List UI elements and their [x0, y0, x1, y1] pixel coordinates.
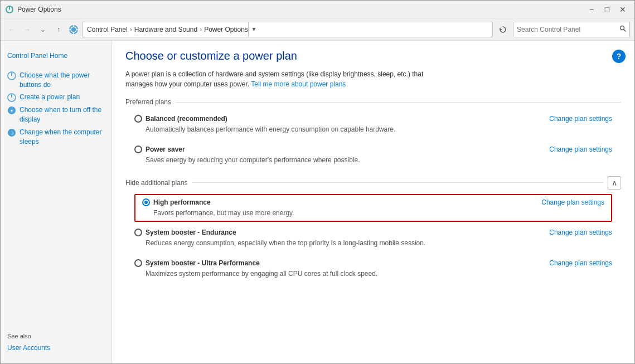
breadcrumb-sep-2: ›	[200, 26, 202, 33]
svg-text:☽: ☽	[9, 130, 14, 136]
back-button[interactable]: ←	[5, 23, 18, 36]
plan-radio-label-balanced[interactable]: Balanced (recommended)	[134, 115, 227, 123]
plan-name-balanced: Balanced (recommended)	[146, 115, 227, 123]
plan-header-high-performance: High performance Change plan settings	[142, 198, 604, 206]
plan-name-power-saver: Power saver	[146, 145, 185, 153]
plan-desc-system-booster-ultra: Maximizes system performance by engaging…	[134, 269, 612, 279]
change-plan-link-balanced[interactable]: Change plan settings	[549, 115, 612, 123]
sidebar-link-computer-sleeps[interactable]: Change when the computer sleeps	[20, 128, 105, 147]
breadcrumb-power-options: Power Options	[204, 26, 248, 33]
sidebar-item-turn-off-display[interactable]: ☀ Choose when to turn off the display	[5, 104, 107, 126]
refresh-icon	[499, 26, 507, 33]
change-plan-link-power-saver[interactable]: Change plan settings	[549, 145, 612, 153]
plan-item-system-booster-endurance: System booster - Endurance Change plan s…	[125, 224, 621, 253]
sidebar-item-computer-sleeps[interactable]: ☽ Change when the computer sleeps	[5, 126, 107, 148]
main-area: Control Panel Home Choose what the power…	[1, 41, 634, 363]
sidebar-control-panel-home[interactable]: Control Panel Home	[5, 50, 107, 62]
window: Power Options − □ ✕ ← → ⌄ ↑ Control Pane…	[0, 0, 635, 364]
plan-radio-label-system-booster-ultra[interactable]: System booster - Ultra Performance	[134, 259, 260, 267]
plan-radio-high-performance[interactable]	[142, 198, 150, 206]
plan-desc-power-saver: Saves energy by reducing your computer's…	[134, 156, 612, 165]
create-plan-icon	[7, 93, 16, 102]
plan-radio-system-booster-ultra[interactable]	[134, 259, 142, 267]
refresh-button[interactable]	[495, 22, 511, 37]
svg-point-8	[621, 26, 624, 30]
minimize-button[interactable]: −	[584, 2, 599, 17]
plan-name-high-performance: High performance	[153, 198, 211, 206]
plan-header-system-booster-ultra: System booster - Ultra Performance Chang…	[134, 259, 612, 267]
sidebar-link-user-accounts[interactable]: User Accounts	[5, 342, 107, 355]
hide-additional-plans-section: Hide additional plans ∧ High performance…	[125, 176, 621, 283]
plan-item-high-performance-highlighted: High performance Change plan settings Fa…	[134, 194, 612, 222]
plan-item-system-booster-ultra: System booster - Ultra Performance Chang…	[125, 255, 621, 283]
recent-button[interactable]: ⌄	[36, 23, 50, 36]
power-button-icon	[7, 71, 16, 80]
search-box	[513, 22, 630, 37]
close-button[interactable]: ✕	[615, 2, 630, 17]
see-also-label: See also	[5, 333, 107, 339]
learn-more-link[interactable]: Tell me more about power plans	[251, 80, 346, 88]
plan-radio-system-booster-endurance[interactable]	[134, 229, 142, 236]
sidebar-item-create-plan[interactable]: Create a power plan	[5, 91, 107, 104]
display-icon: ☀	[7, 106, 16, 115]
svg-text:☀: ☀	[9, 108, 14, 114]
content-pane: ? Choose or customize a power plan A pow…	[112, 41, 634, 363]
hide-toggle-button[interactable]: ∧	[608, 176, 621, 190]
preferred-plans-section-label: Preferred plans	[125, 98, 621, 106]
content-description: A power plan is a collection of hardware…	[125, 69, 449, 89]
plan-header-system-booster-endurance: System booster - Endurance Change plan s…	[134, 229, 612, 236]
plan-radio-balanced[interactable]	[134, 115, 142, 123]
forward-button[interactable]: →	[21, 23, 34, 36]
sidebar: Control Panel Home Choose what the power…	[1, 41, 112, 363]
search-icon	[619, 25, 626, 32]
page-title: Choose or customize a power plan	[125, 50, 621, 62]
plan-radio-label-system-booster-endurance[interactable]: System booster - Endurance	[134, 229, 236, 236]
breadcrumb-hardware-sound[interactable]: Hardware and Sound	[134, 26, 197, 33]
plan-name-system-booster-ultra: System booster - Ultra Performance	[146, 259, 260, 267]
plan-radio-label-high-performance[interactable]: High performance	[142, 198, 211, 206]
search-submit-button[interactable]	[619, 25, 626, 33]
address-bar: ← → ⌄ ↑ Control Panel › Hardware and Sou…	[1, 18, 634, 41]
maximize-button[interactable]: □	[600, 2, 614, 17]
breadcrumb-sep-1: ›	[130, 26, 132, 33]
plan-desc-high-performance: Favors performance, but may use more ene…	[142, 208, 604, 218]
sidebar-link-power-buttons[interactable]: Choose what the power buttons do	[20, 71, 105, 90]
window-title: Power Options	[17, 6, 584, 13]
control-panel-icon	[69, 25, 79, 35]
plan-desc-system-booster-endurance: Reduces energy consumption, especially w…	[134, 239, 612, 248]
plan-name-system-booster-endurance: System booster - Endurance	[146, 229, 236, 236]
power-options-icon	[5, 5, 14, 14]
svg-line-9	[624, 30, 626, 31]
hide-section-divider	[192, 182, 603, 183]
breadcrumb-bar: Control Panel › Hardware and Sound › Pow…	[82, 22, 493, 37]
sleep-icon: ☽	[7, 128, 16, 137]
sidebar-nav-links: Choose what the power buttons do Create …	[5, 69, 107, 148]
help-button[interactable]: ?	[612, 50, 626, 63]
plan-item-power-saver: Power saver Change plan settings Saves e…	[125, 141, 621, 169]
change-plan-link-system-booster-ultra[interactable]: Change plan settings	[549, 259, 612, 267]
window-controls: − □ ✕	[584, 2, 630, 17]
sidebar-item-power-buttons[interactable]: Choose what the power buttons do	[5, 69, 107, 91]
title-bar: Power Options − □ ✕	[1, 1, 634, 18]
plan-header-balanced: Balanced (recommended) Change plan setti…	[134, 115, 612, 123]
search-input[interactable]	[517, 26, 619, 33]
plan-header-power-saver: Power saver Change plan settings	[134, 145, 612, 153]
plan-radio-label-power-saver[interactable]: Power saver	[134, 145, 185, 153]
sidebar-link-turn-off-display[interactable]: Choose when to turn off the display	[20, 105, 105, 124]
up-button[interactable]: ↑	[52, 23, 65, 36]
sidebar-link-create-plan[interactable]: Create a power plan	[20, 93, 80, 102]
plan-radio-power-saver[interactable]	[134, 145, 142, 153]
breadcrumb-dropdown-button[interactable]: ▼	[248, 22, 259, 37]
change-plan-link-system-booster-endurance[interactable]: Change plan settings	[549, 229, 612, 236]
plan-item-balanced: Balanced (recommended) Change plan setti…	[125, 110, 621, 139]
change-plan-link-high-performance[interactable]: Change plan settings	[541, 198, 604, 206]
hide-section-label: Hide additional plans ∧	[125, 176, 621, 190]
sidebar-see-also: See also User Accounts	[5, 310, 107, 355]
plan-desc-balanced: Automatically balances performance with …	[134, 125, 612, 134]
breadcrumb-control-panel[interactable]: Control Panel	[87, 26, 128, 33]
